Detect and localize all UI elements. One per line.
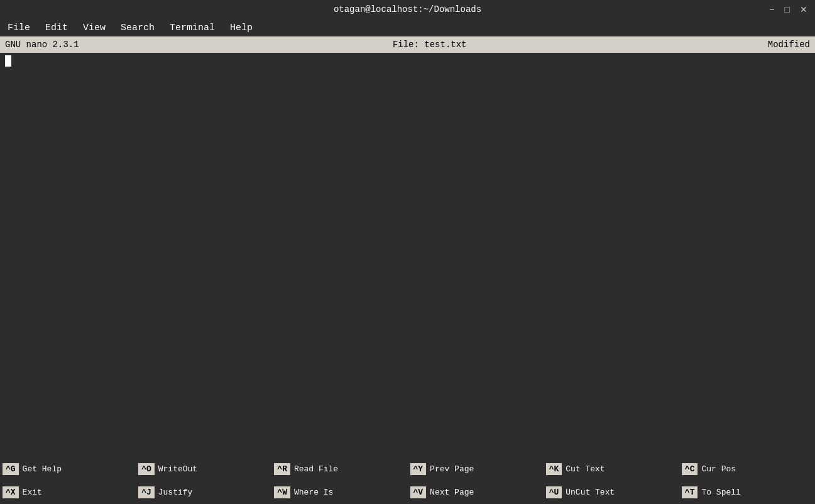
shortcut-key-x: ^X — [3, 486, 19, 498]
window-controls: − □ ✕ — [767, 4, 810, 14]
menu-help[interactable]: Help — [222, 21, 260, 35]
shortcut-key-y: ^Y — [410, 463, 427, 475]
shortcut-key-w: ^W — [274, 486, 290, 498]
shortcut-label-exit: Exit — [19, 486, 46, 498]
minimize-button[interactable]: − — [767, 4, 777, 14]
shortcut-cut-text[interactable]: ^K Cut Text — [544, 457, 679, 481]
shortcut-label-cur-pos: Cur Pos — [697, 463, 740, 475]
shortcut-label-prev-page: Prev Page — [426, 463, 478, 475]
window-title: otagan@localhost:~/Downloads — [0, 4, 815, 14]
shortcut-key-r: ^R — [274, 463, 290, 475]
shortcut-key-g: ^G — [3, 463, 19, 475]
shortcut-key-j: ^J — [138, 486, 155, 498]
shortcut-label-next-page: Next Page — [426, 486, 478, 498]
shortcut-to-spell[interactable]: ^T To Spell — [679, 481, 815, 504]
shortcut-key-v: ^V — [410, 486, 427, 498]
maximize-button[interactable]: □ — [782, 4, 792, 14]
modified-status: Modified — [768, 40, 810, 50]
shortcut-label-uncut-text: UnCut Text — [562, 486, 618, 498]
shortcut-label-read-file: Read File — [290, 463, 342, 475]
shortcut-exit[interactable]: ^X Exit — [0, 481, 136, 504]
shortcut-uncut-text[interactable]: ^U UnCut Text — [544, 481, 679, 504]
shortcut-key-c: ^C — [682, 463, 698, 475]
shortcut-label-where-is: Where Is — [290, 486, 337, 498]
shortcut-label-justify: Justify — [155, 486, 197, 498]
shortcut-justify[interactable]: ^J Justify — [136, 481, 271, 504]
shortcut-prev-page[interactable]: ^Y Prev Page — [408, 457, 544, 481]
shortcut-read-file[interactable]: ^R Read File — [271, 457, 407, 481]
title-bar: otagan@localhost:~/Downloads − □ ✕ — [0, 0, 815, 19]
shortcut-key-o: ^O — [138, 463, 155, 475]
shortcut-writeout[interactable]: ^O WriteOut — [136, 457, 271, 481]
shortcut-label-cut-text: Cut Text — [562, 463, 608, 475]
shortcut-label-get-help: Get Help — [19, 463, 65, 475]
menu-edit[interactable]: Edit — [38, 21, 75, 35]
shortcut-get-help[interactable]: ^G Get Help — [0, 457, 136, 481]
shortcut-label-to-spell: To Spell — [697, 486, 744, 498]
menu-search[interactable]: Search — [113, 21, 162, 35]
menu-bar: File Edit View Search Terminal Help — [0, 19, 815, 36]
shortcut-bar: ^G Get Help ^O WriteOut ^R Read File ^Y … — [0, 457, 815, 504]
nano-version: GNU nano 2.3.1 — [5, 40, 79, 50]
shortcut-key-t: ^T — [682, 486, 698, 498]
menu-terminal[interactable]: Terminal — [162, 21, 222, 35]
shortcut-where-is[interactable]: ^W Where Is — [271, 481, 407, 504]
editor-area[interactable] — [0, 53, 815, 457]
file-name: File: test.txt — [92, 40, 768, 50]
shortcut-cur-pos[interactable]: ^C Cur Pos — [679, 457, 815, 481]
shortcut-label-writeout: WriteOut — [155, 463, 201, 475]
menu-view[interactable]: View — [75, 21, 113, 35]
info-bar: GNU nano 2.3.1 File: test.txt Modified — [0, 36, 815, 53]
shortcut-key-k: ^K — [546, 463, 562, 475]
close-button[interactable]: ✕ — [797, 4, 810, 14]
menu-file[interactable]: File — [0, 21, 38, 35]
text-cursor — [5, 55, 11, 67]
shortcut-next-page[interactable]: ^V Next Page — [408, 481, 544, 504]
shortcut-key-u: ^U — [546, 486, 562, 498]
cursor-line — [5, 55, 810, 67]
